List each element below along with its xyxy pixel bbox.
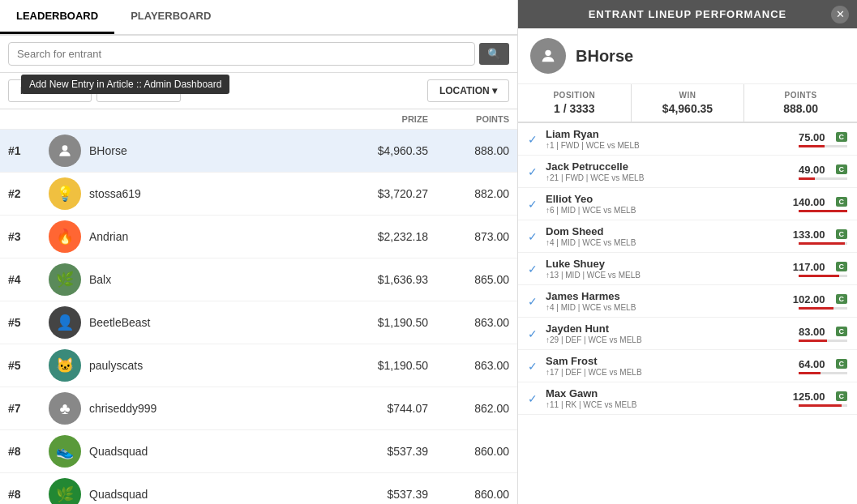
points-label: 863.00 xyxy=(428,359,509,372)
player-name: Jack Petruccelle xyxy=(546,160,785,173)
player-row[interactable]: ✓ Liam Ryan ↑1 | FWD | WCE vs MELB 75.00… xyxy=(518,123,857,156)
player-row[interactable]: ✓ Max Gawn ↑11 | RK | WCE vs MELB 125.00… xyxy=(518,382,857,415)
table-row[interactable]: #7 ♣ chriseddy999 $744.07 862.00 xyxy=(0,387,517,430)
player-score: 64.00 xyxy=(785,358,825,370)
player-badge: C xyxy=(836,262,848,271)
username-label: BeetleBeast xyxy=(89,316,331,329)
player-row[interactable]: ✓ James Harmes ↑4 | MID | WCE vs MELB 10… xyxy=(518,285,857,318)
stat-item: POINTS 888.00 xyxy=(744,84,857,122)
avatar: 🐱 xyxy=(49,349,81,382)
check-icon: ✓ xyxy=(528,165,541,178)
player-badge: C xyxy=(836,229,848,239)
player-name: Luke Shuey xyxy=(546,258,785,270)
username-label: stossa619 xyxy=(89,187,331,200)
points-label: 865.00 xyxy=(428,273,509,286)
avatar: 🔥 xyxy=(49,220,81,253)
player-info: Dom Sheed ↑4 | MID | WCE vs MELB xyxy=(546,225,785,247)
check-icon: ✓ xyxy=(528,392,541,405)
rank-label: #3 xyxy=(8,230,49,243)
table-row[interactable]: #5 🐱 paulyscats $1,190.50 863.00 xyxy=(0,344,517,387)
rank-label: #8 xyxy=(8,445,49,458)
username-label: BHorse xyxy=(89,144,331,157)
avatar xyxy=(530,38,566,74)
player-row[interactable]: ✓ Jayden Hunt ↑29 | DEF | WCE vs MELB 83… xyxy=(518,318,857,350)
player-badge: C xyxy=(836,197,848,207)
rank-label: #5 xyxy=(8,359,49,372)
col-user xyxy=(49,114,331,124)
location-button[interactable]: LOCATION ▾ xyxy=(427,79,509,102)
username-label: Andrian xyxy=(89,230,331,243)
score-bar xyxy=(799,340,847,342)
stat-value: 1 / 3333 xyxy=(522,102,627,115)
player-row[interactable]: ✓ Dom Sheed ↑4 | MID | WCE vs MELB 133.0… xyxy=(518,220,857,253)
player-name: Jayden Hunt xyxy=(546,322,785,335)
player-badge: C xyxy=(836,327,848,336)
table-row[interactable]: #5 👤 BeetleBeast $1,190.50 863.00 xyxy=(0,301,517,344)
check-icon: ✓ xyxy=(528,295,541,308)
prize-label: $1,190.50 xyxy=(331,359,428,372)
search-input[interactable] xyxy=(8,42,475,66)
tabs: LEADERBOARD PLAYERBOARD xyxy=(0,0,517,36)
leaderboard-list: #1 BHorse $4,960.35 888.00 #2 💡 stossa61… xyxy=(0,130,517,504)
username-label: Quadsquad xyxy=(89,445,331,458)
avatar xyxy=(49,135,81,167)
username-label: Quadsquad xyxy=(89,488,331,501)
points-label: 862.00 xyxy=(428,402,509,415)
player-score-area: 140.00 C xyxy=(785,196,848,212)
table-row[interactable]: #8 👟 Quadsquad $537.39 860.00 xyxy=(0,430,517,473)
stat-label: POSITION xyxy=(522,91,627,100)
player-info: Max Gawn ↑11 | RK | WCE vs MELB xyxy=(546,387,785,409)
score-bar-fill xyxy=(799,307,833,310)
tab-leaderboard[interactable]: LEADERBOARD xyxy=(0,0,114,34)
avatar: ♣ xyxy=(49,392,81,425)
score-bar xyxy=(799,404,847,407)
table-row[interactable]: #8 🌿 Quadsquad $537.39 860.00 xyxy=(0,473,517,504)
svg-point-0 xyxy=(62,145,68,151)
player-row[interactable]: ✓ Jack Petruccelle ↑21 | FWD | WCE vs ME… xyxy=(518,156,857,188)
player-score: 125.00 xyxy=(785,391,825,403)
player-score-area: 83.00 C xyxy=(785,326,848,342)
rank-label: #8 xyxy=(8,488,49,501)
prize-label: $744.07 xyxy=(331,402,428,415)
player-score: 117.00 xyxy=(785,261,825,273)
player-score-area: 125.00 C xyxy=(785,391,848,407)
rp-stats: POSITION 1 / 3333 WIN $4,960.35 POINTS 8… xyxy=(518,84,857,123)
player-badge: C xyxy=(836,294,848,304)
rp-header: ENTRANT LINEUP PERFORMANCE ✕ xyxy=(518,0,857,28)
check-icon: ✓ xyxy=(528,360,541,373)
close-button[interactable]: ✕ xyxy=(831,6,849,23)
player-row[interactable]: ✓ Sam Frost ↑17 | DEF | WCE vs MELB 64.0… xyxy=(518,350,857,382)
player-meta: ↑6 | MID | WCE vs MELB xyxy=(546,206,785,215)
check-icon: ✓ xyxy=(528,230,541,243)
player-meta: ↑21 | FWD | WCE vs MELB xyxy=(546,173,785,182)
right-panel: ENTRANT LINEUP PERFORMANCE ✕ BHorse POSI… xyxy=(517,0,857,504)
table-row[interactable]: #3 🔥 Andrian $2,232.18 873.00 xyxy=(0,216,517,258)
score-bar-fill xyxy=(799,242,845,245)
score-bar-fill xyxy=(799,210,847,212)
avatar: 🌿 xyxy=(49,263,81,296)
player-score-area: 117.00 C xyxy=(785,261,848,277)
username-label: paulyscats xyxy=(89,359,331,372)
tab-playerboard[interactable]: PLAYERBOARD xyxy=(114,0,227,34)
score-bar xyxy=(799,177,847,180)
score-bar xyxy=(799,242,847,245)
check-icon: ✓ xyxy=(528,263,541,275)
score-bar-fill xyxy=(799,340,827,342)
points-label: 860.00 xyxy=(428,445,509,458)
player-score-area: 64.00 C xyxy=(785,358,848,374)
avatar: 🌿 xyxy=(49,478,81,504)
player-row[interactable]: ✓ Elliot Yeo ↑6 | MID | WCE vs MELB 140.… xyxy=(518,188,857,220)
player-row[interactable]: ✓ Luke Shuey ↑13 | MID | WCE vs MELB 117… xyxy=(518,253,857,285)
table-row[interactable]: #4 🌿 Balx $1,636.93 865.00 xyxy=(0,258,517,301)
username-label: chriseddy999 xyxy=(89,402,331,415)
score-bar xyxy=(799,307,847,310)
player-badge: C xyxy=(836,164,848,174)
player-score: 140.00 xyxy=(785,196,825,208)
table-row[interactable]: #2 💡 stossa619 $3,720.27 882.00 xyxy=(0,173,517,216)
search-button[interactable]: 🔍 xyxy=(479,43,509,65)
player-name: Sam Frost xyxy=(546,355,785,367)
table-row[interactable]: #1 BHorse $4,960.35 888.00 xyxy=(0,130,517,173)
rank-label: #1 xyxy=(8,144,49,157)
player-meta: ↑4 | MID | WCE vs MELB xyxy=(546,303,785,312)
points-label: 860.00 xyxy=(428,488,509,501)
